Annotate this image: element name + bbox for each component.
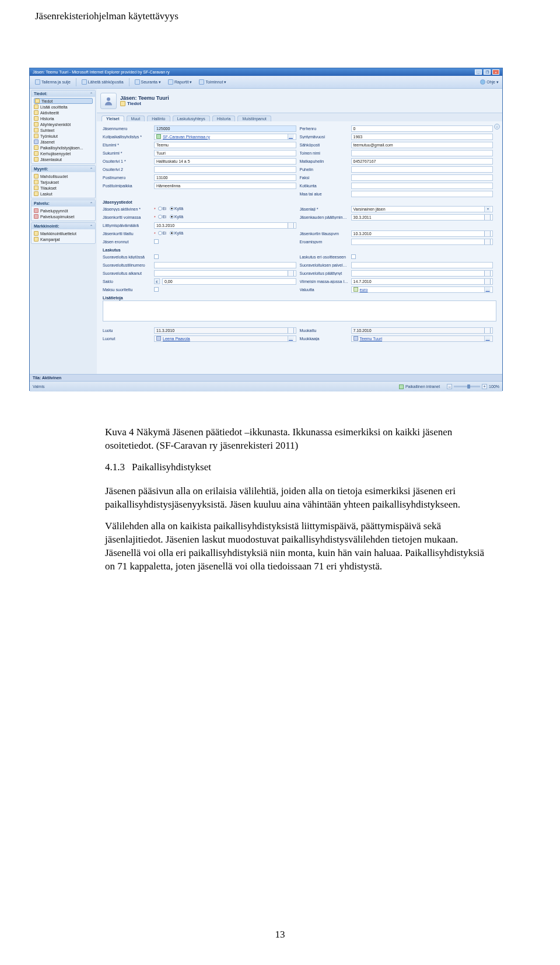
- field-lisatietoja[interactable]: [103, 300, 496, 321]
- radio-jasenkortti-voimassa[interactable]: * Ei Kyllä: [154, 215, 186, 219]
- field-suoravel-paat[interactable]: [351, 270, 494, 277]
- sidebar-item[interactable]: Palvelusopimukset: [34, 214, 93, 219]
- label-postitoimipaikka: Postitoimipaikka: [103, 184, 152, 188]
- sidebar-item[interactable]: Laskut: [34, 191, 93, 197]
- field-muokkaaja[interactable]: Teemu Tuuri: [351, 335, 494, 342]
- ribbon-send-email[interactable]: Lähetä sähköpostia: [80, 79, 125, 85]
- field-osoiterivi2[interactable]: [154, 166, 296, 173]
- sidebar-item[interactable]: Markkinointiluettelot: [34, 230, 93, 236]
- sidebar-item[interactable]: Aliyhteyshenkilöt: [34, 121, 93, 127]
- radio-jasenyys-aktiivinen[interactable]: * Ei Kyllä: [154, 207, 186, 211]
- sidebar-item[interactable]: Paikallisyhdistysjäsen...: [34, 145, 93, 151]
- tabs: Yleiset Muut Hallinto Laskutusyhteys His…: [97, 113, 502, 121]
- ribbon-reports[interactable]: Raportit ▾: [166, 79, 194, 85]
- field-jasenkortin-tilauspvm[interactable]: 10.3.2010: [351, 230, 494, 237]
- field-luonut[interactable]: Leena Paavola: [154, 335, 296, 342]
- field-muokattu: 7.10.2010: [351, 327, 494, 334]
- field-maa[interactable]: [351, 191, 494, 197]
- sidebar-item[interactable]: Palvelupyynnöt: [34, 208, 93, 214]
- field-liittymispvm[interactable]: 10.3.2010: [154, 222, 296, 229]
- ribbon-actions[interactable]: Toiminnot ▾: [197, 79, 228, 85]
- contract-icon: [34, 214, 38, 219]
- checkbox-lask-eri[interactable]: [351, 254, 356, 259]
- tab-yleiset[interactable]: Yleiset: [102, 116, 124, 121]
- field-kotikunta[interactable]: [351, 183, 494, 189]
- sidebar-item-tiedot[interactable]: Tiedot: [34, 98, 93, 104]
- field-puhelin[interactable]: [351, 166, 494, 173]
- minimize-icon[interactable]: _: [475, 69, 482, 75]
- label-jasenyys-aktiivinen: Jäsenyys aktiivinen *: [103, 207, 152, 211]
- label-suoraveloitustili: Suoraveloitustilinumero: [103, 263, 152, 267]
- field-sahkoposti[interactable]: teemutuu@gmail.com: [351, 142, 494, 148]
- zoom-in-icon[interactable]: +: [482, 384, 487, 389]
- chevron-up-icon[interactable]: ⌃: [90, 224, 93, 228]
- folder-icon: [34, 174, 38, 179]
- field-sukunimi[interactable]: Tuuri: [154, 150, 296, 156]
- field-eroamispvm[interactable]: [351, 239, 494, 245]
- field-osoiterivi1[interactable]: Hallituskatu 14 a 5: [154, 158, 296, 165]
- field-etunimi[interactable]: Teemu: [154, 142, 296, 148]
- label-suoraveloitus-kaytossa: Suoraveloitus käytössä: [103, 255, 152, 259]
- sidebar-item[interactable]: Historia: [34, 116, 93, 121]
- field-syntymavuosi[interactable]: 1983: [351, 134, 494, 140]
- field-jasenlaji[interactable]: Varsinainen jäsen: [351, 206, 494, 212]
- tab-historia[interactable]: Historia: [212, 116, 236, 121]
- label-jasenlaji: Jäsenlaji *: [300, 207, 349, 211]
- avatar: [100, 93, 117, 109]
- folder-icon: [34, 151, 38, 156]
- label-syntymavuosi: Syntymävuosi: [300, 135, 349, 139]
- field-toinen-nimi[interactable]: [351, 150, 494, 156]
- sidebar-item[interactable]: Aktiviteetit: [34, 110, 93, 116]
- field-faksi[interactable]: [351, 174, 494, 181]
- field-suoravel-alk[interactable]: [154, 270, 296, 277]
- sidebar-item[interactable]: Suhteet: [34, 127, 93, 133]
- ribbon-tracking[interactable]: Seuranta ▾: [133, 79, 163, 85]
- label-maksu-suoritettu: Maksu suoritettu: [103, 288, 152, 292]
- checkbox-suoravel-kayt[interactable]: [154, 254, 159, 259]
- sidebar-item[interactable]: Kampanjat: [34, 236, 93, 242]
- checkbox-maksu-suor[interactable]: [154, 287, 159, 292]
- tab-hallinto[interactable]: Hallinto: [147, 116, 170, 121]
- tab-muut[interactable]: Muut: [127, 116, 145, 121]
- field-saldo[interactable]: 0,00: [162, 278, 296, 285]
- zoom-out-icon[interactable]: –: [447, 384, 452, 389]
- sidebar-panel-tiedot: Tiedot:⌃ Tiedot Lisää osoitteita Aktivit…: [31, 90, 96, 164]
- maximize-icon[interactable]: ❐: [484, 69, 491, 75]
- tab-laskutusyhteys[interactable]: Laskutusyhteys: [173, 116, 210, 121]
- chevron-up-icon[interactable]: ⌃: [90, 92, 93, 96]
- field-suoravel-tili[interactable]: [154, 262, 296, 268]
- zoom-control[interactable]: – + 100%: [447, 384, 499, 389]
- close-icon[interactable]: ×: [492, 69, 499, 75]
- sidebar-item[interactable]: Työnkulut: [34, 133, 93, 139]
- chevron-up-icon[interactable]: ⌃: [90, 201, 93, 205]
- label-viimeisin-massa: Viimeisin massa-ajossa luotu laskuihin: [300, 279, 349, 284]
- sidebar-item[interactable]: Tarjoukset: [34, 179, 93, 185]
- sidebar-item[interactable]: Jäsenet: [34, 139, 93, 145]
- ribbon-help[interactable]: Ohje ▾: [480, 79, 499, 85]
- field-postitoimipaikka[interactable]: Hämeenlinna: [154, 183, 296, 189]
- zoom-value: 100%: [489, 384, 499, 389]
- field-jasenkauden[interactable]: 30.3.2011: [351, 214, 494, 221]
- field-perhenro[interactable]: 0: [351, 125, 494, 132]
- field-kotipaikallisyhdistys[interactable]: SF-Caravan Pirkanmaa ry: [154, 134, 296, 140]
- sidebar-item[interactable]: Jäsenlaskut: [34, 156, 93, 162]
- label-muokkaaja: Muokkaaja: [300, 337, 349, 341]
- label-toinen-nimi: Toinen nimi: [300, 151, 349, 155]
- field-matkapuhelin[interactable]: 0452767167: [351, 158, 494, 165]
- field-postinumero[interactable]: 13100: [154, 174, 296, 181]
- field-viimeisin[interactable]: 14.7.2010: [351, 278, 494, 285]
- ribbon-save-close[interactable]: Tallenna ja sulje: [33, 79, 72, 85]
- checkbox-jasen-eronnut[interactable]: [154, 239, 159, 244]
- sidebar-item[interactable]: Kerhojäsenyydet: [34, 151, 93, 156]
- field-jasennumero[interactable]: 125000: [154, 125, 296, 132]
- collapse-icon[interactable]: ‹: [494, 124, 500, 130]
- chevron-up-icon[interactable]: ⌃: [90, 167, 93, 171]
- sidebar-item[interactable]: Lisää osoitteita: [34, 104, 93, 110]
- sidebar-item[interactable]: Tilaukset: [34, 185, 93, 191]
- sidebar-item[interactable]: Mahdollisuudet: [34, 173, 93, 179]
- field-valuutta[interactable]: euro: [351, 286, 494, 293]
- tab-muistiinpanot[interactable]: Muistiinpanot: [237, 116, 271, 121]
- radio-jasenkortti-tilattu[interactable]: * Ei Kyllä: [154, 231, 186, 236]
- field-suoravel-palv[interactable]: [351, 262, 494, 268]
- folder-icon: [34, 122, 38, 127]
